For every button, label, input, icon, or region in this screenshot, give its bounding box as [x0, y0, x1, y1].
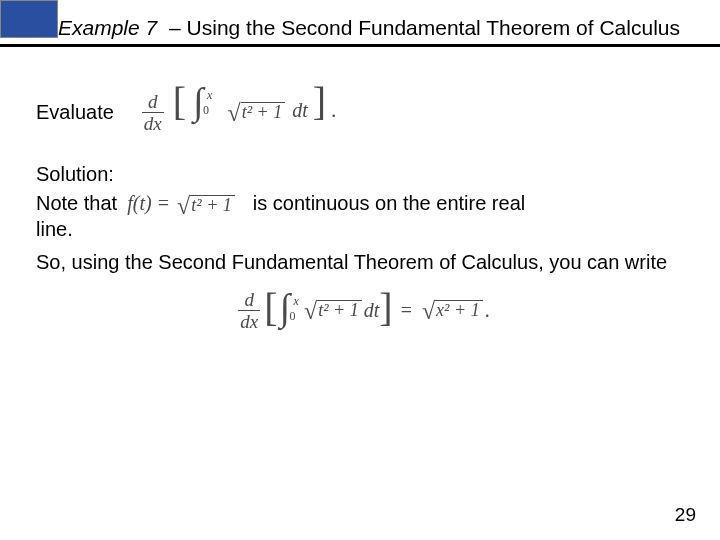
- integral-upper: x: [207, 88, 212, 103]
- ft-expression: f(t) = √ t² + 1: [127, 192, 237, 216]
- res-sqrt-right: √ x² + 1: [422, 300, 483, 321]
- slide-header: Example 7 – Using the Second Fundamental…: [0, 8, 720, 60]
- res-int-lower: 0: [290, 309, 296, 324]
- ddx-fraction: d dx: [142, 92, 164, 133]
- note-that: Note that: [36, 192, 117, 215]
- title-text: Using the Second Fundamental Theorem of …: [187, 16, 680, 39]
- res-period: .: [485, 299, 490, 322]
- ft-lhs: f(t) =: [127, 192, 175, 214]
- result-equation: d dx [ ∫ x 0 √ t² + 1 dt ] = √ x² + 1 .: [234, 290, 489, 331]
- page-number: 29: [675, 504, 696, 526]
- ft-radicand: t² + 1: [190, 195, 235, 216]
- frac-den: dx: [142, 114, 164, 133]
- res-int-upper: x: [294, 294, 299, 309]
- res-frac: d dx: [238, 290, 260, 331]
- header-underline: [0, 44, 720, 47]
- evaluate-expression: d dx [ ∫ x 0 √ t² + 1 dt ] .: [138, 92, 336, 133]
- res-frac-num: d: [243, 290, 257, 309]
- header-accent-box: [0, 0, 58, 38]
- evaluate-label: Evaluate: [36, 101, 114, 124]
- right-bracket: ]: [313, 79, 326, 124]
- note-line-2: line.: [36, 218, 688, 241]
- dt: dt: [292, 99, 308, 121]
- res-radicand-right: x² + 1: [435, 300, 483, 321]
- slide-title: Example 7 – Using the Second Fundamental…: [58, 16, 680, 40]
- ft-sqrt: √ t² + 1: [177, 195, 235, 216]
- frac-num: d: [146, 92, 160, 111]
- title-separator: –: [169, 16, 181, 39]
- res-radicand-left: t² + 1: [317, 300, 362, 321]
- res-sqrt-left: √ t² + 1: [304, 300, 362, 321]
- res-dt: dt: [364, 299, 380, 322]
- so-text: So, using the Second Fundamental Theorem…: [36, 249, 688, 276]
- evaluate-row: Evaluate d dx [ ∫ x 0 √ t² + 1 dt ] .: [36, 92, 688, 133]
- period: .: [331, 99, 336, 121]
- result-equation-row: d dx [ ∫ x 0 √ t² + 1 dt ] = √ x² + 1 .: [36, 290, 688, 331]
- integral-lower: 0: [203, 103, 209, 118]
- equals-sign: =: [401, 299, 412, 322]
- example-number: Example 7: [58, 16, 157, 39]
- note-line-1: Note that f(t) = √ t² + 1 is continuous …: [36, 192, 688, 216]
- left-bracket: [: [173, 79, 186, 124]
- line-word: line.: [36, 218, 73, 241]
- sqrt: √ t² + 1: [228, 102, 286, 123]
- radicand: t² + 1: [241, 102, 286, 123]
- res-frac-den: dx: [238, 312, 260, 331]
- solution-heading: Solution:: [36, 163, 688, 186]
- cont-text: is continuous on the entire real: [253, 192, 525, 215]
- slide-body: Evaluate d dx [ ∫ x 0 √ t² + 1 dt ] .: [0, 60, 720, 331]
